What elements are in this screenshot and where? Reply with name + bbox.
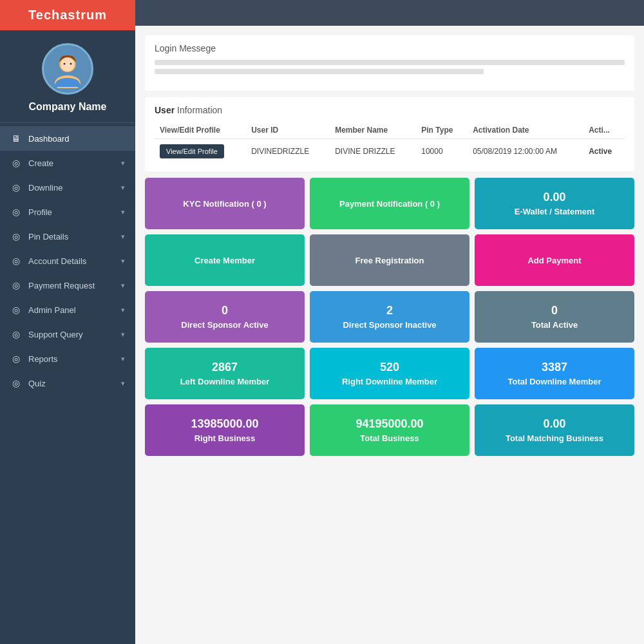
nav-arrow-profile: ▾ xyxy=(121,208,125,216)
nav-icon-admin-panel: ◎ xyxy=(10,304,22,316)
nav-arrow-reports: ▾ xyxy=(121,355,125,363)
sidebar: Techastrum Company Name 🖥 D xyxy=(0,0,135,644)
nav-item-left: ◎ Create xyxy=(10,157,53,169)
nav-icon-payment-request: ◎ xyxy=(10,279,22,291)
login-bar-1 xyxy=(155,60,625,65)
user-section-title: User Information xyxy=(155,105,625,115)
card-num-right-downline: 520 xyxy=(380,361,399,374)
nav-arrow-quiz: ▾ xyxy=(121,379,125,388)
nav-item-left: ◎ Admin Panel xyxy=(10,304,76,316)
card-total-active[interactable]: 0 Total Active xyxy=(475,291,634,343)
nav-icon-account-details: ◎ xyxy=(10,255,22,267)
nav-arrow-support-query: ▾ xyxy=(121,330,125,339)
card-label-left-downline: Left Downline Member xyxy=(180,377,270,386)
card-add-payment[interactable]: Add Payment xyxy=(475,234,634,286)
sidebar-item-support-query[interactable]: ◎ Support Query ▾ xyxy=(0,322,135,346)
brand-name: Techastrum xyxy=(28,8,107,22)
card-kyc[interactable]: KYC Notification ( 0 ) xyxy=(145,178,305,229)
col-view-edit: View/Edit Profile xyxy=(155,122,246,139)
nav-item-left: ◎ Quiz xyxy=(10,377,46,389)
nav-item-left: ◎ Support Query xyxy=(10,328,83,340)
card-right-business[interactable]: 13985000.00 Right Business xyxy=(145,404,305,456)
sidebar-item-admin-panel[interactable]: ◎ Admin Panel ▾ xyxy=(0,298,135,322)
nav-icon-reports: ◎ xyxy=(10,353,22,365)
col-user-id: User ID xyxy=(246,122,330,139)
card-label-total-matching: Total Matching Business xyxy=(506,433,603,443)
card-total-business[interactable]: 94195000.00 Total Business xyxy=(310,404,469,456)
sidebar-item-create[interactable]: ◎ Create ▾ xyxy=(0,151,135,175)
svg-point-5 xyxy=(70,63,72,65)
avatar xyxy=(42,43,93,95)
view-edit-profile-button[interactable]: View/Edit Profile xyxy=(160,144,224,158)
nav-icon-dashboard: 🖥 xyxy=(10,133,22,144)
card-label-right-business: Right Business xyxy=(194,433,256,443)
sidebar-item-profile[interactable]: ◎ Profile ▾ xyxy=(0,200,135,224)
nav-label-support-query: Support Query xyxy=(28,330,83,339)
card-free-reg[interactable]: Free Registration xyxy=(310,234,469,286)
login-bar-2 xyxy=(155,69,484,74)
user-table: View/Edit Profile User ID Member Name Pi… xyxy=(155,122,625,164)
cards-grid: KYC Notification ( 0 ) Payment Notificat… xyxy=(145,178,634,456)
table-cell-status: Active xyxy=(583,139,625,164)
card-direct-active[interactable]: 0 Direct Sponsor Active xyxy=(145,291,305,343)
card-num-right-business: 13985000.00 xyxy=(191,417,258,431)
sidebar-item-pin-details[interactable]: ◎ Pin Details ▾ xyxy=(0,224,135,249)
nav-arrow-pin-details: ▾ xyxy=(121,232,125,241)
card-ewallet[interactable]: 0.00 E-Wallet / Statement xyxy=(475,178,634,229)
sidebar-item-downline[interactable]: ◎ Downline ▾ xyxy=(0,175,135,200)
sidebar-item-dashboard[interactable]: 🖥 Dashboard xyxy=(0,126,135,151)
card-create-member[interactable]: Create Member xyxy=(145,234,305,286)
nav-label-quiz: Quiz xyxy=(28,379,46,388)
card-total-downline[interactable]: 3387 Total Downline Member xyxy=(475,348,634,399)
svg-point-4 xyxy=(64,63,66,65)
nav-label-dashboard: Dashboard xyxy=(28,134,70,144)
nav-item-left: 🖥 Dashboard xyxy=(10,133,70,144)
card-label-add-payment: Add Payment xyxy=(527,256,581,265)
nav-menu: 🖥 Dashboard ◎ Create ▾ ◎ Downline ▾ ◎ Pr… xyxy=(0,123,135,399)
table-header-row: View/Edit Profile User ID Member Name Pi… xyxy=(155,122,625,139)
nav-icon-support-query: ◎ xyxy=(10,328,22,340)
sidebar-item-reports[interactable]: ◎ Reports ▾ xyxy=(0,346,135,371)
nav-icon-profile: ◎ xyxy=(10,206,22,218)
card-label-create-member: Create Member xyxy=(194,256,255,265)
table-cell-membername: DIVINE DRIZZLE xyxy=(330,139,416,164)
card-num-total-active: 0 xyxy=(551,304,558,317)
table-row: View/Edit Profile DIVINEDRIZZLE DIVINE D… xyxy=(155,139,625,164)
sidebar-item-account-details[interactable]: ◎ Account Details ▾ xyxy=(0,249,135,273)
nav-arrow-admin-panel: ▾ xyxy=(121,306,125,314)
avatar-icon xyxy=(48,50,87,88)
col-member-name: Member Name xyxy=(330,122,416,139)
nav-label-profile: Profile xyxy=(28,207,52,217)
card-num-ewallet: 0.00 xyxy=(543,191,565,204)
nav-label-account-details: Account Details xyxy=(28,256,86,266)
nav-label-admin-panel: Admin Panel xyxy=(28,305,76,315)
card-label-ewallet: E-Wallet / Statement xyxy=(515,207,594,216)
card-label-direct-active: Direct Sponsor Active xyxy=(181,320,268,330)
nav-label-pin-details: Pin Details xyxy=(28,232,68,242)
nav-icon-pin-details: ◎ xyxy=(10,231,22,242)
svg-point-3 xyxy=(61,57,75,71)
nav-item-left: ◎ Payment Request xyxy=(10,279,95,291)
main-content: Login Messege User Information View/Edit… xyxy=(135,0,644,644)
nav-icon-downline: ◎ xyxy=(10,182,22,193)
card-direct-inactive[interactable]: 2 Direct Sponsor Inactive xyxy=(310,291,469,343)
table-cell-pintype: 10000 xyxy=(416,139,468,164)
col-status: Acti... xyxy=(583,122,625,139)
card-right-downline[interactable]: 520 Right Downline Member xyxy=(310,348,469,399)
card-num-direct-inactive: 2 xyxy=(386,304,393,317)
card-label-payment-notif: Payment Notification ( 0 ) xyxy=(339,199,440,209)
card-total-matching[interactable]: 0.00 Total Matching Business xyxy=(475,404,634,456)
nav-item-left: ◎ Downline xyxy=(10,182,62,193)
sidebar-item-quiz[interactable]: ◎ Quiz ▾ xyxy=(0,371,135,395)
sidebar-item-payment-request[interactable]: ◎ Payment Request ▾ xyxy=(0,273,135,298)
nav-arrow-payment-request: ▾ xyxy=(121,281,125,290)
col-pin-type: Pin Type xyxy=(416,122,468,139)
nav-arrow-create: ▾ xyxy=(121,159,125,167)
card-left-downline[interactable]: 2867 Left Downline Member xyxy=(145,348,305,399)
card-label-total-active: Total Active xyxy=(531,320,578,330)
nav-label-reports: Reports xyxy=(28,354,58,364)
card-num-left-downline: 2867 xyxy=(212,361,238,374)
nav-item-left: ◎ Profile xyxy=(10,206,52,218)
user-info-section: User Information View/Edit Profile User … xyxy=(145,97,634,171)
card-payment-notif[interactable]: Payment Notification ( 0 ) xyxy=(310,178,469,229)
